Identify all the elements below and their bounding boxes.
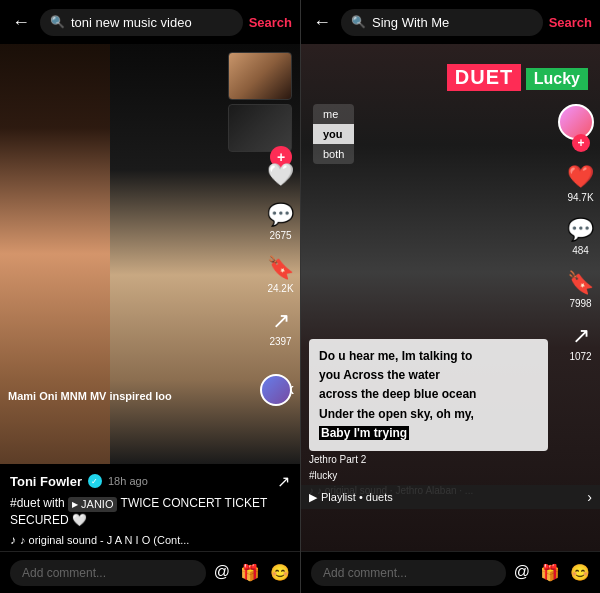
caption-tags: #lucky — [309, 469, 548, 483]
right-search-bar: ← 🔍 Sing With Me Search — [301, 0, 600, 44]
playlist-text: ▶ Playlist • duets — [309, 491, 393, 504]
comment-count: 2675 — [269, 229, 291, 240]
left-comment-bar: Add comment... @ 🎁 😊 — [0, 551, 300, 593]
playlist-play-icon: ▶ — [309, 491, 317, 504]
right-search-button[interactable]: Search — [549, 15, 592, 30]
right-video-actions: ❤️ 94.7K 💬 484 🔖 7998 ↗ 1072 — [567, 164, 594, 362]
user-line: Toni Fowler ✓ 18h ago ↗ — [10, 472, 290, 491]
right-comment-button[interactable]: 💬 484 — [567, 217, 594, 256]
right-back-button[interactable]: ← — [309, 8, 335, 37]
right-gift-icon[interactable]: 🎁 — [540, 563, 560, 582]
left-search-button[interactable]: Search — [249, 15, 292, 30]
heart-icon: 🤍 — [267, 161, 294, 187]
thumbnails-overlay — [228, 52, 292, 152]
caption-name: Jethro Part 2 — [309, 453, 548, 467]
bookmark-count: 24.2K — [267, 282, 293, 293]
share-button[interactable]: ↗ 2397 — [269, 307, 291, 346]
caption-username: Mami Oni MNM MV inspired loo — [8, 390, 250, 402]
play-icon: ▶ — [72, 499, 78, 510]
caption-duet: #duet with — [10, 496, 65, 510]
caption-description: #duet with ▶ JANIO TWICE CONCERT TICKET … — [10, 495, 290, 529]
right-comment-icon: 💬 — [567, 217, 594, 243]
thumbnail-2 — [228, 104, 292, 152]
right-comment-icons: @ 🎁 😊 — [514, 563, 590, 582]
duet-label-group: DUET Lucky — [447, 64, 588, 91]
right-likes-count: 94.7K — [567, 192, 593, 203]
comment-button[interactable]: 💬 2675 — [267, 201, 294, 240]
share-count: 2397 — [269, 335, 291, 346]
comment-icon: 💬 — [267, 201, 294, 227]
duet-text: DUET — [447, 64, 521, 91]
selector-you[interactable]: you — [313, 124, 354, 144]
lyrics-line1: Do u hear me, Im talking to — [319, 349, 472, 363]
selector-me[interactable]: me — [313, 104, 354, 124]
right-comment-bar: Add comment... @ 🎁 😊 — [301, 551, 600, 593]
emoji-icon[interactable]: 😊 — [270, 563, 290, 582]
right-share-icon: ↗ — [572, 323, 590, 349]
right-at-icon[interactable]: @ — [514, 563, 530, 582]
back-button[interactable]: ← — [8, 8, 34, 37]
selector-both[interactable]: both — [313, 144, 354, 164]
right-search-input-wrap[interactable]: 🔍 Sing With Me — [341, 9, 543, 36]
left-comment-input[interactable]: Add comment... — [10, 560, 206, 586]
lyrics-line4: Under the open sky, oh my, — [319, 407, 474, 421]
bookmark-icon: 🔖 — [267, 254, 294, 280]
username-label: Toni Fowler — [10, 474, 82, 489]
caption-part: Part 2 — [340, 454, 367, 465]
right-bookmarks-count: 7998 — [569, 298, 591, 309]
bookmark-button[interactable]: 🔖 24.2K — [267, 254, 294, 293]
janio-tag: ▶ JANIO — [68, 497, 117, 512]
right-shares-count: 1072 — [569, 351, 591, 362]
lyrics-line2: you Across the water — [319, 368, 440, 382]
lyrics-line3: across the deep blue ocean — [319, 387, 476, 401]
gift-icon[interactable]: 🎁 — [240, 563, 260, 582]
janio-label: JANIO — [81, 497, 113, 512]
top-share-icon[interactable]: ↗ — [277, 472, 290, 491]
time-ago: 18h ago — [108, 475, 148, 487]
playlist-arrow-icon: › — [587, 489, 592, 505]
left-search-text: toni new music video — [71, 15, 233, 30]
right-comments-count: 484 — [572, 245, 589, 256]
right-bookmark-icon: 🔖 — [567, 270, 594, 296]
sound-text: ♪ original sound - J A N I O (Cont... — [20, 534, 189, 546]
right-panel: ← 🔍 Sing With Me Search DUET Lucky me yo… — [300, 0, 600, 593]
at-icon[interactable]: @ — [214, 563, 230, 582]
lucky-text: Lucky — [526, 68, 588, 90]
playlist-label: Playlist • duets — [321, 491, 393, 503]
right-emoji-icon[interactable]: 😊 — [570, 563, 590, 582]
sound-line: ♪ ♪ original sound - J A N I O (Cont... — [10, 533, 290, 547]
right-bookmark-button[interactable]: 🔖 7998 — [567, 270, 594, 309]
left-search-input-wrap[interactable]: 🔍 toni new music video — [40, 9, 243, 36]
left-panel: ← 🔍 toni new music video Search + 814.0K — [0, 0, 300, 593]
user-avatar[interactable] — [260, 374, 292, 406]
lyrics-overlay: Do u hear me, Im talking to you Across t… — [309, 339, 548, 451]
right-search-text: Sing With Me — [372, 15, 533, 30]
left-comment-icons: @ 🎁 😊 — [214, 563, 290, 582]
lyrics-highlight: Baby I'm trying — [319, 426, 409, 440]
left-video-area[interactable]: + 814.0K Mami Oni MNM MV inspired loo 🤍 … — [0, 44, 300, 464]
right-comment-input[interactable]: Add comment... — [311, 560, 506, 586]
jethro-name: Jethro — [309, 454, 337, 465]
right-heart-icon: ❤️ — [567, 164, 594, 190]
right-follow-badge[interactable]: + — [572, 134, 590, 152]
playlist-bar[interactable]: ▶ Playlist • duets › — [301, 485, 600, 509]
video-caption-overlay: Mami Oni MNM MV inspired loo — [8, 390, 250, 404]
right-heart-button[interactable]: ❤️ 94.7K — [567, 164, 594, 203]
left-bottom-info: Toni Fowler ✓ 18h ago ↗ #duet with ▶ JAN… — [0, 464, 300, 551]
right-video-area[interactable]: DUET Lucky me you both + ❤️ 94.7K 💬 484 … — [301, 44, 600, 551]
right-share-button[interactable]: ↗ 1072 — [569, 323, 591, 362]
right-search-icon: 🔍 — [351, 15, 366, 29]
left-search-bar: ← 🔍 toni new music video Search — [0, 0, 300, 44]
music-note-icon: ♪ — [10, 533, 16, 547]
left-video-actions: 🤍 💬 2675 🔖 24.2K ↗ 2397 — [267, 161, 294, 346]
duet-selector[interactable]: me you both — [313, 104, 354, 164]
search-icon: 🔍 — [50, 15, 65, 29]
heart-button[interactable]: 🤍 — [267, 161, 294, 187]
share-icon: ↗ — [272, 307, 290, 333]
lyrics-text: Do u hear me, Im talking to you Across t… — [319, 347, 538, 443]
thumbnail-1 — [228, 52, 292, 100]
verified-badge: ✓ — [88, 474, 102, 488]
